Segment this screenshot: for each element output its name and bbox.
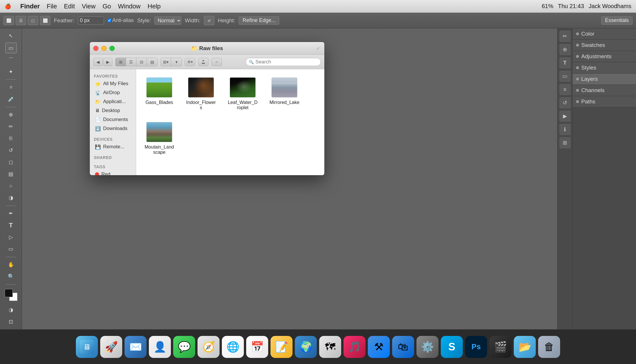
hand-tool[interactable]: ✋ [5,259,17,270]
pen-tool[interactable]: ✒ [5,208,17,219]
dock-trash[interactable]: 🗑 [538,336,560,358]
menu-view[interactable]: View [82,3,96,10]
refine-edge-button[interactable]: Refine Edge... [239,17,279,25]
layers-section-header[interactable]: Layers [573,74,636,85]
dock-finder[interactable]: 🖥 [76,336,98,358]
dock-photoshop[interactable]: Ps [465,336,487,358]
minimize-button[interactable] [101,46,107,51]
share-button[interactable] [198,58,209,66]
finder-expand-btn[interactable]: ⤢ [315,45,321,51]
menu-window[interactable]: Window [118,3,140,10]
dock-skype[interactable]: S [441,336,463,358]
crop-tool[interactable]: ⌗ [5,82,17,93]
paths-section-header[interactable]: Paths [573,96,636,107]
brush-panel-icon[interactable]: ✏ [560,31,571,42]
quick-mask-btn[interactable]: ◑ [5,304,17,315]
sidebar-item-desktop[interactable]: 🖥 Desktop [91,106,135,115]
dock-world[interactable]: 🌍 [295,336,317,358]
icon-view-button[interactable]: ⊞ [116,58,126,66]
menu-go[interactable]: Go [103,3,111,10]
brush-tool[interactable]: ✏ [5,121,17,132]
dock-messages[interactable]: 💬 [173,336,195,358]
dock-safari[interactable]: 🧭 [198,336,220,358]
history-brush-tool[interactable]: ↺ [5,145,17,156]
file-item-indoor-flowers[interactable]: Indoor_Flowers [184,75,218,113]
menu-edit[interactable]: Edit [64,3,75,10]
arrange-button[interactable]: ⊞▾ [161,58,171,66]
essentials-button[interactable]: Essentials [601,17,633,25]
marquee-tool-btn[interactable]: ⬜ [3,16,14,25]
marquee-tool[interactable]: ▭ [5,43,17,53]
width-swap-icon[interactable]: ⇄ [204,16,214,25]
cover-flow-button[interactable]: ▤ [147,58,157,66]
dock-calendar[interactable]: 📅 [246,336,268,358]
dock-appstore[interactable]: 🛍 [392,336,414,358]
close-button[interactable] [93,46,98,51]
back-button[interactable]: ◀ [93,58,103,66]
sidebar-tag-red[interactable]: Red [91,170,135,175]
blur-tool[interactable]: ○ [5,181,17,191]
styles-section-header[interactable]: Styles [573,62,636,73]
eraser-tool[interactable]: ◻ [5,157,17,168]
sidebar-item-remote[interactable]: 💾 Remote... [91,142,135,151]
path-selection-tool[interactable]: ▷ [5,232,17,243]
sidebar-item-airdrop[interactable]: 📡 AirDrop [91,88,135,97]
dock-notes[interactable]: 📝 [271,336,293,358]
column-view-button[interactable]: ⊟ [136,58,147,66]
actions-panel-icon[interactable]: ▶ [560,111,571,122]
style-select[interactable]: Normal [154,17,181,25]
sidebar-item-downloads[interactable]: ⬇️ Downloads [91,124,135,133]
dock-mail[interactable]: ✉️ [125,336,147,358]
type-tool[interactable]: T [5,220,17,231]
color-section-header[interactable]: Color [573,28,636,39]
list-view-button[interactable]: ☰ [126,58,136,66]
file-item-grass-blades[interactable]: Gass_Blades [142,75,177,113]
search-input[interactable] [255,59,318,65]
maximize-button[interactable] [109,46,115,51]
type-panel-icon[interactable]: T [560,57,571,68]
dock-music[interactable]: 🎵 [343,336,365,358]
feather-input[interactable] [78,17,104,25]
apple-menu-icon[interactable]: 🍎 [5,3,11,10]
menu-file[interactable]: File [47,3,57,10]
dock-xcode[interactable]: ⚒ [368,336,390,358]
healing-brush-tool[interactable]: ⊕ [5,109,17,120]
toggle-button[interactable]: ○ [211,58,222,66]
sort-arrow[interactable]: ▾ [171,58,182,66]
sidebar-item-all-my-files[interactable]: ⭐ All My Files [91,79,135,88]
search-box[interactable]: 🔍 [246,58,321,66]
zoom-tool[interactable]: 🔍 [5,271,17,282]
dock-launchpad[interactable]: 🚀 [100,336,122,358]
color-swatches[interactable] [5,289,17,301]
swatches-section-header[interactable]: Swatches [573,40,636,51]
gradient-tool[interactable]: ▤ [5,169,17,180]
menu-help[interactable]: Help [148,3,161,10]
lasso-tool[interactable]: ⌒ [5,54,17,65]
shape-tool[interactable]: ▭ [5,244,17,255]
clone-stamp-tool[interactable]: ⎘ [5,133,17,144]
anti-alias-checkbox[interactable] [107,19,111,22]
dock-navigation[interactable]: 🗺 [319,336,341,358]
forward-button[interactable]: ▶ [103,58,112,66]
file-item-mountain-landscape[interactable]: Moutain_Landscape [142,120,177,157]
screen-mode-btn[interactable]: ⊡ [5,316,17,327]
action-button[interactable]: ⚙▾ [185,58,195,66]
file-item-leaf-water-droplet[interactable]: Leaf_Water_Droplet [225,75,260,113]
adjustments-section-header[interactable]: Adjustments [573,51,636,62]
dock-chrome[interactable]: 🌐 [222,336,244,358]
marquee-options-btn[interactable]: ☰ [16,16,26,25]
channels-section-header[interactable]: Channels [573,85,636,96]
history-panel-icon[interactable]: ↺ [560,97,571,108]
file-item-mirrored-lake[interactable]: Mirrored_Lake [267,75,302,113]
sidebar-item-applications[interactable]: 📁 Applicati... [91,97,135,106]
dock-finder2[interactable]: 📂 [514,336,536,358]
dock-contacts[interactable]: 👤 [149,336,171,358]
foreground-color-swatch[interactable] [5,289,13,297]
sidebar-item-documents[interactable]: 📄 Documents [91,115,135,124]
dock-dvd[interactable]: 🎬 [489,336,511,358]
magic-wand-tool[interactable]: ✦ [5,66,17,77]
eyedropper-tool[interactable]: 💉 [5,94,17,105]
dock-system-preferences[interactable]: ⚙️ [416,336,438,358]
clone-panel-icon[interactable]: ⊕ [560,44,571,55]
info-panel-icon[interactable]: ℹ [560,124,571,135]
